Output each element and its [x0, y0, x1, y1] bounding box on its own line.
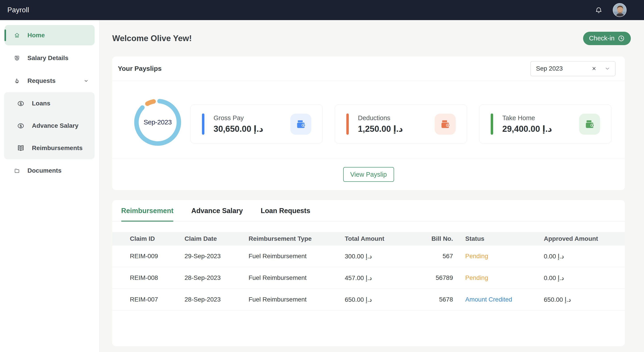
- stat-value: 30,650.00 د.إ: [214, 124, 263, 134]
- month-select-value: Sep 2023: [536, 65, 563, 72]
- sidebar-item-label: Home: [28, 32, 45, 39]
- col-claim-id: Claim ID: [130, 235, 184, 242]
- wallet-icon: [579, 114, 600, 135]
- take-home-card: Take Home 29,400.00 د.إ: [479, 105, 612, 143]
- col-bill-no: Bill No.: [420, 235, 453, 242]
- requests-icon: [14, 78, 20, 84]
- payslip-month-select[interactable]: Sep 2023: [530, 61, 616, 76]
- cell-approved: 650.00 د.إ: [544, 296, 625, 303]
- advance-salary-icon: $: [16, 123, 26, 129]
- user-avatar[interactable]: [613, 3, 626, 17]
- table-row[interactable]: REIM-008 28-Sep-2023 Fuel Reimbursement …: [112, 267, 625, 289]
- gross-pay-card: Gross Pay 30,650.00 د.إ: [190, 105, 323, 143]
- cell-approved: 0.00 د.إ: [544, 274, 625, 282]
- table-row[interactable]: REIM-007 28-Sep-2023 Fuel Reimbursement …: [112, 289, 625, 310]
- sidebar-item-label: Advance Salary: [32, 122, 78, 129]
- status-badge: Pending: [453, 274, 544, 281]
- sidebar-item-loans[interactable]: $ Loans: [4, 92, 94, 115]
- page-title: Welcome Olive Yew!: [112, 34, 192, 43]
- cell-approved: 0.00 د.إ: [544, 253, 625, 260]
- payslips-title: Your Payslips: [118, 65, 162, 72]
- clock-icon: [618, 35, 625, 42]
- cell-total: 457.00 د.إ: [345, 274, 420, 282]
- deductions-card: Deductions 1,250.00 د.إ: [335, 105, 467, 143]
- wallet-icon: [290, 114, 311, 135]
- status-badge: Pending: [453, 253, 544, 260]
- chevron-down-icon: [84, 78, 88, 83]
- check-in-button[interactable]: Check-in: [583, 32, 631, 45]
- home-icon: [14, 32, 20, 39]
- sidebar-item-home[interactable]: Home: [5, 25, 94, 45]
- cell-claim-date: 29-Sep-2023: [184, 253, 248, 260]
- sidebar-item-label: Requests: [28, 77, 56, 84]
- view-payslip-button[interactable]: View Payslip: [343, 167, 394, 182]
- tab-reimbursement[interactable]: Reimbursement: [121, 200, 174, 221]
- table-row[interactable]: REIM-009 29-Sep-2023 Fuel Reimbursement …: [112, 245, 625, 267]
- sidebar-item-label: Salary Details: [28, 55, 68, 62]
- table-header: Claim ID Claim Date Reimbursement Type T…: [112, 232, 625, 245]
- cell-total: 300.00 د.إ: [345, 253, 420, 260]
- sidebar: Home Salary Details Request: [0, 20, 100, 352]
- sidebar-item-label: Reimbursements: [32, 145, 82, 152]
- stat-label: Deductions: [358, 114, 403, 122]
- sidebar-item-requests[interactable]: Requests: [0, 70, 99, 92]
- reimbursements-icon: [16, 145, 26, 151]
- clear-filter-icon[interactable]: [592, 66, 596, 71]
- col-status: Status: [453, 235, 544, 242]
- cell-type: Fuel Reimbursement: [248, 253, 345, 260]
- requests-tabs: Reimbursement Advance Salary Loan Reques…: [112, 200, 625, 222]
- cell-claim-date: 28-Sep-2023: [184, 274, 248, 281]
- check-in-label: Check-in: [589, 35, 614, 42]
- cell-bill-no: 56789: [420, 274, 453, 281]
- stat-label: Take Home: [502, 114, 552, 122]
- sidebar-item-label: Documents: [28, 167, 61, 174]
- sidebar-item-documents[interactable]: Documents: [0, 159, 99, 182]
- cell-bill-no: 5678: [420, 296, 453, 303]
- sidebar-item-reimbursements[interactable]: Reimbursements: [4, 137, 94, 159]
- tab-advance-salary[interactable]: Advance Salary: [191, 200, 243, 221]
- cell-bill-no: 567: [420, 253, 453, 260]
- accent-bar: [346, 114, 349, 135]
- payslips-card: Your Payslips Sep 2023 Sep-2023: [112, 57, 625, 190]
- svg-text:$: $: [20, 124, 22, 128]
- cell-type: Fuel Reimbursement: [248, 274, 345, 281]
- payslip-month-donut: Sep-2023: [134, 99, 182, 146]
- cell-claim-id: REIM-009: [130, 253, 184, 260]
- cell-claim-id: REIM-007: [130, 296, 184, 303]
- accent-bar: [202, 114, 204, 135]
- sidebar-item-salary-details[interactable]: Salary Details: [0, 47, 99, 70]
- accent-bar: [491, 114, 493, 135]
- topbar: Payroll: [0, 0, 644, 20]
- svg-text:$: $: [20, 101, 22, 106]
- cell-claim-id: REIM-008: [130, 274, 184, 281]
- app-title: Payroll: [7, 6, 29, 14]
- sidebar-item-advance-salary[interactable]: $ Advance Salary: [4, 115, 94, 137]
- wallet-icon: [435, 114, 456, 135]
- main-content: Welcome Olive Yew! Check-in Your Payslip…: [100, 20, 644, 352]
- tab-loan-requests[interactable]: Loan Requests: [261, 200, 310, 221]
- salary-details-icon: [14, 55, 20, 61]
- col-reimbursement-type: Reimbursement Type: [248, 235, 345, 242]
- status-badge: Amount Credited: [453, 296, 544, 303]
- chevron-down-icon[interactable]: [604, 66, 610, 72]
- col-claim-date: Claim Date: [184, 235, 248, 242]
- cell-total: 650.00 د.إ: [345, 296, 420, 303]
- loans-icon: $: [16, 100, 26, 107]
- requests-card: Reimbursement Advance Salary Loan Reques…: [112, 200, 625, 346]
- notifications-bell-icon[interactable]: [595, 6, 602, 14]
- stat-label: Gross Pay: [214, 114, 263, 122]
- sidebar-item-label: Loans: [32, 100, 50, 107]
- cell-type: Fuel Reimbursement: [248, 296, 345, 303]
- requests-submenu: $ Loans $ Advance Salary: [4, 92, 94, 159]
- stat-value: 29,400.00 د.إ: [502, 124, 552, 134]
- col-approved-amount: Approved Amount: [544, 235, 625, 242]
- donut-center-label: Sep-2023: [134, 99, 182, 146]
- col-total-amount: Total Amount: [345, 235, 420, 242]
- cell-claim-date: 28-Sep-2023: [184, 296, 248, 303]
- documents-folder-icon: [14, 168, 20, 174]
- stat-value: 1,250.00 د.إ: [358, 124, 403, 134]
